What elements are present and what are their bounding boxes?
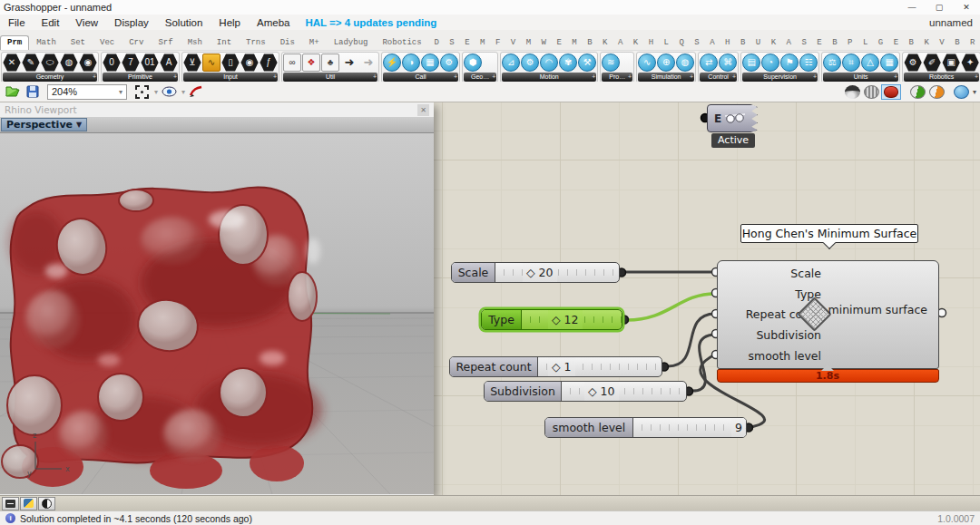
tab-trns[interactable]: Trns [239,35,273,50]
motion-icon-4[interactable]: ⚒ [578,53,596,72]
preview-blue-icon[interactable] [954,85,969,99]
slider-repeat-count[interactable]: Repeat count◇ 1 [449,356,662,377]
input-icon-2[interactable]: ▯ [221,53,240,72]
slider-value[interactable]: ◇ 12 [548,310,583,329]
preview-custom-icon[interactable] [910,85,926,99]
simulation-icon-1[interactable]: ⊕ [657,53,675,72]
component-input-scale[interactable]: Scale [718,263,825,284]
tab-plugin-19[interactable]: H [720,35,735,50]
menu-edit[interactable]: Edit [34,17,68,28]
dock-tab-timer[interactable] [38,497,55,510]
preview-half-icon[interactable] [929,85,945,99]
geometry-icon-3[interactable]: ◍ [60,53,78,72]
group-expand-icon[interactable]: + [93,73,96,82]
display-mode-selected[interactable] [881,84,901,100]
slider-type[interactable]: Type◇ 12 [481,309,622,330]
units-icon-3[interactable]: ▦ [880,53,898,72]
robotics-icon-3[interactable]: ✦ [961,53,979,72]
minimum-surface-component[interactable]: ScaleTypeRepeat countSubdivisionsmooth l… [717,260,939,369]
toolbar-group-label[interactable]: Input+ [183,73,278,82]
tab-plugin-15[interactable]: L [659,35,674,50]
tab-math[interactable]: Math [29,35,64,50]
tab-plugin-2[interactable]: E [459,35,475,50]
robotics-icon-1[interactable]: ✐ [923,53,941,72]
rhino-viewport-window[interactable]: Rhino Viewport ✕ Perspective ▼ [0,102,434,495]
toolbar-group-label[interactable]: Robotics+ [904,73,979,82]
call-icon-0[interactable]: ⚡ [383,53,401,72]
tab-plugin-34[interactable]: B [949,35,965,50]
tab-plugin-31[interactable]: B [904,35,919,50]
call-icon-1[interactable]: ◑ [402,53,420,72]
tab-plugin-12[interactable]: A [612,35,628,50]
grasshopper-canvas[interactable]: E Active Hong Chen's Minimum Surface Sca… [0,102,980,510]
tab-plugin-25[interactable]: E [812,35,828,50]
primitive-icon-0[interactable]: 0 [103,53,121,72]
slider-value[interactable]: ◇ 20 [523,263,557,282]
group-expand-icon[interactable]: + [732,73,736,82]
motion-icon-2[interactable]: ◠ [540,53,558,72]
menu-ameba[interactable]: Ameba [249,17,298,28]
tab-plugin-4[interactable]: F [490,35,505,50]
units-icon-0[interactable]: ⚖ [823,53,841,72]
slider-subdivision[interactable]: Subdivision◇ 10 [484,381,687,402]
zoom-level-select[interactable]: 204% ▾ [47,84,127,100]
tab-crv[interactable]: Crv [122,35,151,50]
tab-plugin-1[interactable]: S [445,35,460,50]
toolbar-group-label[interactable]: Pro…+ [602,73,632,82]
primitive-icon-3[interactable]: A [160,53,178,72]
component-input-subdivision[interactable]: Subdivision [718,325,825,345]
toolbar-group-label[interactable]: Control+ [700,73,737,82]
group-expand-icon[interactable]: + [894,73,897,82]
tab-plugin-33[interactable]: V [935,35,950,50]
toolbar-group-label[interactable]: Primitive+ [103,73,178,82]
units-icon-2[interactable]: △ [861,53,879,72]
group-expand-icon[interactable]: + [975,73,978,82]
simulation-icon-0[interactable]: ∿ [638,53,656,72]
tab-plugin-16[interactable]: Q [674,35,690,50]
open-file-icon[interactable] [4,83,22,101]
tab-msh[interactable]: Msh [181,35,210,50]
geometry-icon-1[interactable]: ✎ [22,53,40,72]
tab-plugin-30[interactable]: E [888,35,904,50]
dock-tab-python[interactable] [20,497,37,510]
simulation-icon-2[interactable]: ◍ [676,53,694,72]
geometry-icon-2[interactable]: ⬭ [41,53,59,72]
scribble-component[interactable]: E [707,104,758,132]
tab-plugin-10[interactable]: B [582,35,597,50]
slider-track[interactable]: ◇ 20 [495,263,619,282]
supervision-icon-1[interactable]: ◔ [761,53,779,72]
tab-plugin-0[interactable]: D [429,35,445,50]
chevron-down-icon[interactable]: ▾ [973,88,976,96]
menu-help[interactable]: Help [211,17,249,28]
pro-icon-0[interactable]: ≋ [602,53,620,72]
tab-int[interactable]: Int [210,35,239,50]
menu-solution[interactable]: Solution [157,17,211,28]
toolbar-group-label[interactable]: Call+ [383,73,458,82]
input-icon-1[interactable]: ∿ [202,53,220,72]
tab-plugin-11[interactable]: K [597,35,612,50]
input-icon-4[interactable]: ƒ [260,53,278,72]
util-icon-0[interactable]: ∞ [283,53,301,72]
group-expand-icon[interactable]: + [813,73,817,82]
preview-eye-icon[interactable] [160,83,178,101]
supervision-icon-2[interactable]: ⚑ [780,53,799,72]
menu-view[interactable]: View [67,17,106,28]
toolbar-group-label[interactable]: Units+ [823,73,898,82]
control-icon-0[interactable]: ⇄ [700,53,718,72]
call-icon-2[interactable]: ▦ [421,53,439,72]
tab-robotics[interactable]: Robotics [375,35,428,50]
slider-value[interactable]: ◇ 1 [548,357,575,376]
slider-value[interactable]: ◇ 10 [584,382,619,401]
group-expand-icon[interactable]: + [592,73,595,82]
motion-icon-0[interactable]: ⊿ [502,53,520,72]
supervision-icon-3[interactable]: ☷ [799,53,818,72]
display-shaded-icon[interactable] [845,85,860,99]
close-button[interactable]: ✕ [953,0,980,15]
tab-plugin-27[interactable]: P [842,35,858,50]
tab-plugin-13[interactable]: K [628,35,643,50]
tab-srf[interactable]: Srf [151,35,180,50]
group-expand-icon[interactable]: + [690,73,693,82]
tab-plugin-28[interactable]: L [858,35,873,50]
dropdown-sep-icon[interactable]: ▾ [154,88,158,96]
dock-tab-slider[interactable] [2,497,19,510]
